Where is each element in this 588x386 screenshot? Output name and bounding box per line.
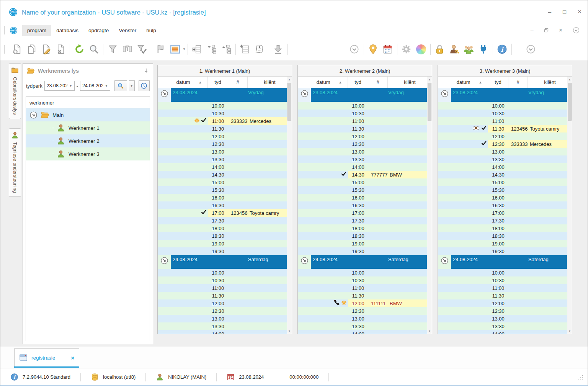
time-slot-row[interactable]: 10:00 — [158, 102, 287, 110]
time-slot-row[interactable]: 19:30 — [438, 247, 567, 255]
appointment-row[interactable]: 11:00333333Mercedes — [158, 117, 287, 125]
mdi-restore-button[interactable] — [544, 28, 549, 33]
time-slot-row[interactable]: 10:00 — [438, 269, 567, 276]
table-add-button[interactable] — [238, 42, 252, 57]
day-expander[interactable] — [298, 255, 311, 269]
scroll-up-icon[interactable]: ▲ — [427, 78, 432, 81]
appointment-row[interactable]: 12:00111111BMW — [298, 299, 427, 307]
time-slot-row[interactable]: 14:00 — [438, 163, 567, 171]
image-preview-button[interactable] — [168, 42, 182, 57]
time-slot-row[interactable]: 10:30 — [298, 110, 427, 117]
maximize-button[interactable]: □ — [563, 9, 566, 15]
tree-expand-button[interactable] — [219, 42, 234, 57]
menu-item-databasis[interactable]: databasis — [51, 25, 83, 36]
scrollbar-thumb[interactable] — [428, 83, 431, 121]
time-slot-row[interactable]: 15:00 — [298, 178, 427, 186]
column-header-tyd[interactable]: tyd — [488, 77, 508, 88]
mdi-menu-chevron-icon[interactable] — [572, 26, 580, 34]
time-slot-row[interactable]: 15:00 — [438, 178, 567, 186]
time-slot-row[interactable]: 13:30 — [158, 322, 287, 330]
refresh-button[interactable] — [72, 42, 87, 57]
column-header-datum[interactable]: datum▲ — [451, 77, 488, 88]
time-slot-row[interactable]: 19:00 — [298, 240, 427, 247]
time-slot-row[interactable]: 10:00 — [158, 269, 287, 276]
time-slot-row[interactable]: 12:30 — [158, 140, 287, 148]
time-slot-row[interactable]: 17:30 — [438, 217, 567, 224]
tree-collapse-button[interactable] — [204, 42, 219, 57]
search-button[interactable] — [114, 80, 127, 91]
toolbar-grip[interactable] — [4, 26, 6, 34]
time-slot-row[interactable]: 16:30 — [298, 201, 427, 209]
time-slot-row[interactable]: 12:00 — [158, 132, 287, 140]
day-expander[interactable] — [158, 88, 171, 102]
time-slot-row[interactable]: 14:00 — [298, 330, 427, 334]
column-header-klient[interactable]: kliënt — [248, 77, 292, 88]
day-expander[interactable] — [298, 88, 311, 102]
time-slot-row[interactable]: 17:00 — [298, 209, 427, 217]
date-to-select[interactable]: 24.08.2024 ▼ — [80, 81, 110, 91]
tree-row-main[interactable]: Main — [26, 108, 150, 121]
filter-check-button[interactable] — [134, 42, 149, 57]
day-band[interactable]: 23.08.2024Vrydag — [171, 88, 287, 102]
time-slot-row[interactable]: 11:30 — [158, 125, 287, 132]
time-slot-row[interactable]: 13:30 — [438, 322, 567, 330]
time-slot-row[interactable]: 13:00 — [438, 148, 567, 155]
column-header-number[interactable]: # — [368, 77, 388, 88]
time-slot-row[interactable]: 14:00 — [438, 330, 567, 334]
minimize-button[interactable]: – — [548, 9, 551, 15]
time-slot-row[interactable]: 13:00 — [298, 315, 427, 322]
time-slot-row[interactable]: 19:30 — [158, 247, 287, 255]
day-band[interactable]: 24.08.2024Saterdag — [171, 255, 287, 269]
time-slot-row[interactable]: 19:00 — [158, 240, 287, 247]
time-slot-row[interactable]: 16:30 — [438, 201, 567, 209]
time-slot-row[interactable]: 10:30 — [158, 110, 287, 117]
scroll-down-icon[interactable]: ▼ — [567, 330, 572, 332]
expander-icon[interactable] — [29, 111, 38, 119]
tree-row-employee[interactable]: Werknemer 1 — [26, 121, 150, 134]
appointment-row[interactable]: 11:30123456Toyota camry — [438, 125, 567, 132]
tree-row-employee[interactable]: Werknemer 3 — [26, 147, 150, 160]
close-button[interactable]: × — [578, 9, 581, 15]
appointment-row[interactable]: 17:00123456Toyota camry — [158, 209, 287, 217]
time-slot-row[interactable]: 11:30 — [158, 292, 287, 299]
doc-copy-button[interactable] — [24, 42, 39, 57]
appointment-row[interactable]: 12:30333333Mercedes — [438, 140, 567, 148]
time-slot-row[interactable]: 13:00 — [298, 148, 427, 155]
time-slot-row[interactable]: 15:30 — [298, 186, 427, 194]
vertical-scrollbar[interactable]: ▲▼ — [427, 77, 432, 334]
time-slot-row[interactable]: 12:00 — [438, 299, 567, 307]
map-pin-button[interactable] — [366, 42, 381, 57]
flag-button[interactable] — [153, 42, 168, 57]
day-band[interactable]: 23.08.2024Vrydag — [451, 88, 567, 102]
column-header-datum[interactable]: datum▲ — [311, 77, 348, 88]
tab-registrasie[interactable]: registrasie× — [14, 348, 79, 366]
time-slot-row[interactable]: 12:00 — [158, 299, 287, 307]
time-slot-row[interactable]: 12:30 — [438, 307, 567, 315]
gear-button[interactable] — [399, 42, 414, 57]
time-slot-row[interactable]: 14:30 — [438, 171, 567, 178]
time-slot-row[interactable]: 11:30 — [298, 125, 427, 132]
time-slot-row[interactable]: 17:30 — [158, 217, 287, 224]
time-slot-row[interactable]: 14:00 — [298, 163, 427, 171]
day-band[interactable]: 23.08.2024Vrydag — [311, 88, 427, 102]
time-slot-row[interactable]: 12:30 — [298, 307, 427, 315]
doc-delete-button[interactable] — [53, 42, 68, 57]
time-slot-row[interactable]: 13:00 — [158, 315, 287, 322]
time-slot-row[interactable]: 13:00 — [438, 315, 567, 322]
sidebar-tab-2[interactable]: Tegniese ondersteuning — [9, 128, 21, 197]
users-group-button[interactable] — [462, 42, 476, 57]
filter-button[interactable] — [105, 42, 120, 57]
time-slot-row[interactable]: 11:00 — [438, 117, 567, 125]
chevron-down-icon[interactable]: ▼ — [103, 84, 110, 88]
time-slot-row[interactable]: 11:00 — [438, 284, 567, 292]
scroll-down-icon[interactable]: ▼ — [427, 330, 432, 332]
column-header-datum[interactable]: datum▲ — [171, 77, 208, 88]
list-plus-button[interactable] — [190, 42, 204, 57]
scroll-up-icon[interactable]: ▲ — [287, 78, 292, 81]
time-slot-row[interactable]: 12:00 — [438, 132, 567, 140]
pin-icon[interactable] — [144, 68, 149, 74]
menu-item-hulp[interactable]: hulp — [141, 25, 161, 36]
overflow-chevron-button[interactable] — [524, 42, 538, 57]
plug-button[interactable] — [476, 42, 491, 57]
toolbar-grip-2[interactable] — [4, 45, 6, 54]
